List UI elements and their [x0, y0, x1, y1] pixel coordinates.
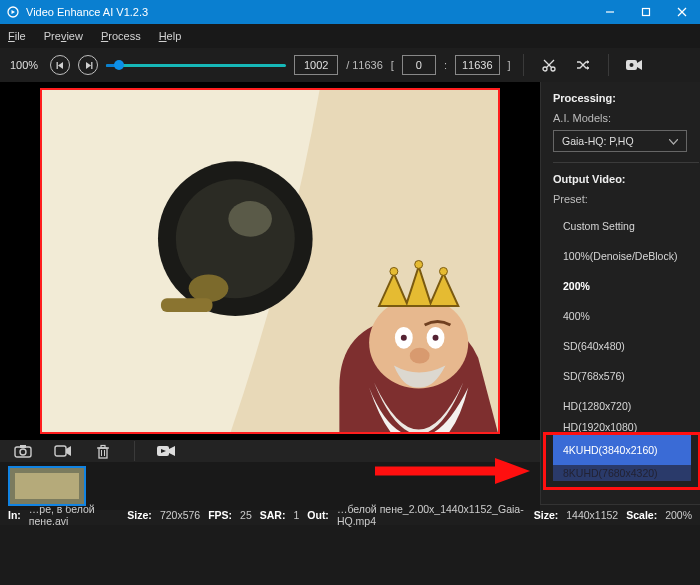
svg-point-17: [189, 274, 229, 302]
status-scale-value: 200%: [665, 509, 692, 521]
processing-header: Processing:: [553, 92, 700, 104]
timeline-slider[interactable]: [106, 58, 286, 72]
preset-4kuhd[interactable]: 4KUHD(3840x2160): [553, 435, 691, 465]
svg-point-27: [410, 348, 430, 364]
total-frames: / 11636: [346, 59, 383, 71]
bracket-open: [: [391, 59, 394, 71]
prev-frame-button[interactable]: [50, 55, 70, 75]
preview-frame[interactable]: [40, 88, 500, 434]
bottom-toolbar: [0, 440, 540, 462]
menu-help[interactable]: Help: [159, 30, 182, 42]
svg-rect-32: [99, 448, 107, 458]
maximize-button[interactable]: [628, 0, 664, 24]
preset-200[interactable]: 200%: [553, 271, 691, 301]
preset-list: Custom Setting 100%(Denoise/DeBlock) 200…: [553, 211, 700, 481]
chevron-down-icon: [669, 135, 678, 147]
output-header: Output Video:: [553, 173, 700, 185]
model-select[interactable]: Gaia-HQ: P,HQ: [553, 130, 687, 152]
minimize-button[interactable]: [592, 0, 628, 24]
status-out-value: …белой пене_2.00x_1440x1152_Gaia-HQ.mp4: [337, 503, 526, 527]
preset-custom[interactable]: Custom Setting: [553, 211, 691, 241]
toolbar: 100% 1002 / 11636 [ 0 : 11636 ]: [0, 48, 700, 82]
svg-point-22: [439, 267, 447, 275]
menu-preview[interactable]: Preview: [44, 30, 83, 42]
process-button[interactable]: [153, 440, 179, 462]
svg-point-16: [228, 201, 272, 237]
svg-point-26: [433, 335, 439, 341]
status-fps-value: 25: [240, 509, 252, 521]
status-size2-label: Size:: [534, 509, 559, 521]
range-sep: :: [444, 59, 447, 71]
svg-rect-31: [55, 446, 66, 456]
range-start-input[interactable]: 0: [402, 55, 436, 75]
status-in-value: …pe, в белой пене.avi: [29, 503, 120, 527]
status-size1-value: 720x576: [160, 509, 200, 521]
preset-hd1280[interactable]: HD(1280x720): [553, 391, 691, 421]
svg-rect-18: [161, 298, 213, 312]
menu-file[interactable]: File: [8, 30, 26, 42]
menu-process[interactable]: Process: [101, 30, 141, 42]
status-fps-label: FPS:: [208, 509, 232, 521]
status-bar: In: …pe, в белой пене.avi Size: 720x576 …: [0, 504, 700, 525]
status-sar-value: 1: [293, 509, 299, 521]
svg-rect-34: [101, 445, 105, 448]
side-panel: Processing: A.I. Models: Gaia-HQ: P,HQ O…: [540, 82, 700, 504]
preset-hd1920[interactable]: HD(1920x1080): [553, 421, 691, 435]
svg-point-24: [401, 335, 407, 341]
status-size1-label: Size:: [127, 509, 152, 521]
record-button[interactable]: [621, 54, 647, 76]
status-size2-value: 1440x1152: [566, 509, 618, 521]
status-in-label: In:: [8, 509, 21, 521]
preset-sd640[interactable]: SD(640x480): [553, 331, 691, 361]
svg-point-12: [629, 63, 633, 67]
model-label: A.I. Models:: [553, 112, 700, 124]
app-title: Video Enhance AI V1.2.3: [26, 6, 592, 18]
svg-point-20: [390, 267, 398, 275]
shuffle-button[interactable]: [570, 54, 596, 76]
svg-point-29: [20, 449, 26, 455]
preview-area: [0, 82, 540, 440]
preset-label: Preset:: [553, 193, 700, 205]
snapshot-button[interactable]: [10, 440, 36, 462]
status-scale-label: Scale:: [626, 509, 657, 521]
next-frame-button[interactable]: [78, 55, 98, 75]
svg-point-21: [415, 261, 423, 269]
titlebar: Video Enhance AI V1.2.3: [0, 0, 700, 24]
svg-rect-30: [20, 445, 26, 448]
svg-rect-2: [643, 9, 650, 16]
range-end-input[interactable]: 11636: [455, 55, 500, 75]
menubar: File Preview Process Help: [0, 24, 700, 48]
camera-record-button[interactable]: [50, 440, 76, 462]
clip-thumbnail[interactable]: [8, 466, 86, 506]
trash-button[interactable]: [90, 440, 116, 462]
preset-400[interactable]: 400%: [553, 301, 691, 331]
current-frame-input[interactable]: 1002: [294, 55, 338, 75]
status-out-label: Out:: [307, 509, 329, 521]
bracket-close: ]: [508, 59, 511, 71]
close-button[interactable]: [664, 0, 700, 24]
model-value: Gaia-HQ: P,HQ: [562, 135, 634, 147]
cut-button[interactable]: [536, 54, 562, 76]
preset-100[interactable]: 100%(Denoise/DeBlock): [553, 241, 691, 271]
zoom-level[interactable]: 100%: [10, 59, 38, 71]
app-logo: [6, 5, 20, 19]
preset-8kuhd[interactable]: 8KUHD(7680x4320): [553, 465, 691, 481]
status-sar-label: SAR:: [260, 509, 286, 521]
preset-sd768[interactable]: SD(768x576): [553, 361, 691, 391]
